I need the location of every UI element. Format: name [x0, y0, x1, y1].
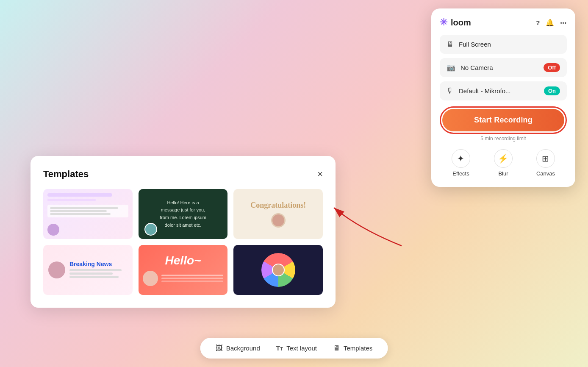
tpl1-bar2 [47, 199, 96, 201]
fullscreen-label: Full Screen [459, 41, 491, 48]
template-card-2[interactable]: Hello! Here is amessage just for you,fro… [139, 189, 228, 239]
background-icon [216, 344, 223, 353]
templates-grid: Hello! Here is amessage just for you,fro… [43, 189, 323, 295]
tpl1-avatar [47, 224, 59, 236]
templates-icon [333, 344, 340, 353]
toolbar-text-layout[interactable]: Text layout [273, 342, 320, 354]
start-recording-wrapper: Start Recording [440, 106, 567, 134]
close-modal-button[interactable]: × [317, 170, 323, 179]
templates-modal-title: Templates [43, 169, 89, 180]
tpl6-colorful [261, 253, 295, 287]
tpl4-title: Breaking News [69, 261, 128, 267]
loom-bottom-icons: Effects Blur Canvas [440, 147, 567, 177]
arrow-to-loom [325, 203, 410, 254]
toolbar-background[interactable]: Background [212, 342, 263, 354]
blur-item[interactable]: Blur [494, 149, 513, 177]
tpl6-avatar [272, 264, 285, 276]
background-label: Background [226, 345, 260, 352]
loom-header-icons [536, 18, 567, 27]
template-card-5[interactable]: Hello~ [139, 245, 228, 295]
tpl4-lines [69, 269, 128, 278]
mic-option[interactable]: Default - Mikrofo... On [440, 81, 567, 100]
tpl5-bottom [143, 271, 224, 286]
notifications-icon[interactable] [546, 18, 554, 27]
loom-logo: ✳ loom [440, 17, 471, 28]
toolbar-templates[interactable]: Templates [330, 342, 376, 354]
tpl5-avatar [143, 271, 158, 286]
templates-modal: Templates × Hello! Here is amessage just… [31, 156, 336, 308]
camera-toggle[interactable]: Off [544, 63, 560, 72]
loom-header: ✳ loom [440, 17, 567, 28]
fullscreen-option[interactable]: Full Screen [440, 35, 567, 54]
blur-icon [498, 153, 508, 164]
effects-icon-circle [452, 149, 470, 168]
tpl3-avatar [271, 213, 286, 228]
camera-option[interactable]: No Camera Off [440, 58, 567, 77]
loom-logo-icon: ✳ [440, 17, 447, 28]
tpl2-avatar [144, 223, 157, 236]
monitor-icon [447, 40, 454, 49]
mic-option-left: Default - Mikrofo... [447, 86, 511, 95]
more-options-icon[interactable] [560, 18, 567, 27]
effects-item[interactable]: Effects [452, 149, 470, 177]
help-icon[interactable] [536, 18, 540, 27]
templates-modal-header: Templates × [43, 169, 323, 180]
tpl5-hello: Hello~ [165, 254, 201, 267]
template-card-4[interactable]: Breaking News [43, 245, 133, 295]
template-card-3[interactable]: Congratulations! [233, 189, 323, 239]
effects-icon [457, 153, 464, 164]
loom-panel: ✳ loom Full Screen No Camera Off Default… [431, 8, 575, 187]
start-recording-button[interactable]: Start Recording [442, 109, 564, 131]
camera-off-icon [447, 63, 455, 72]
tpl1-text-block [47, 205, 128, 217]
template-card-6[interactable] [233, 245, 323, 295]
camera-option-left: No Camera [447, 63, 493, 72]
canvas-label: Canvas [536, 170, 555, 177]
bottom-toolbar: Background Text layout Templates [200, 338, 388, 359]
canvas-item[interactable]: Canvas [536, 149, 555, 177]
blur-label: Blur [498, 170, 508, 177]
mic-icon [447, 86, 454, 95]
camera-label: No Camera [460, 64, 493, 71]
canvas-icon-circle [536, 149, 555, 168]
effects-label: Effects [452, 170, 469, 177]
mic-label: Default - Mikrofo... [459, 87, 511, 95]
canvas-icon [542, 153, 549, 164]
tpl3-congrats: Congratulations! [250, 201, 306, 210]
tpl1-bar [47, 193, 112, 197]
templates-label: Templates [344, 345, 372, 352]
text-layout-label: Text layout [286, 345, 317, 352]
tpl2-text: Hello! Here is amessage just for you,fro… [160, 199, 206, 229]
template-card-1[interactable] [43, 189, 133, 239]
text-layout-icon [276, 344, 283, 353]
blur-icon-circle [494, 149, 513, 168]
tpl4-avatar [48, 261, 65, 278]
tpl4-content: Breaking News [69, 261, 128, 279]
recording-limit: 5 min recording limit [440, 136, 567, 142]
fullscreen-option-left: Full Screen [447, 40, 491, 49]
loom-brand-name: loom [451, 18, 471, 28]
mic-toggle[interactable]: On [544, 86, 560, 95]
